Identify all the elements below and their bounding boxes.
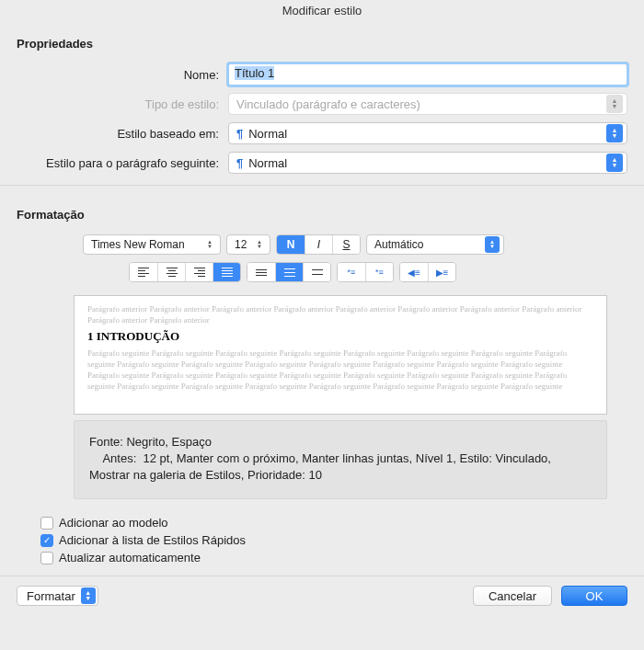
font-color-select[interactable]: Autmático▲▼ (366, 234, 504, 255)
divider (0, 185, 644, 186)
chevron-updown-icon: ▲▼ (606, 124, 623, 143)
preview-heading: 1 INTRODUÇÃO (87, 329, 593, 344)
chevron-updown-icon: ▲▼ (253, 240, 266, 249)
style-preview: Parágrafo anterior Parágrafo anterior Pa… (74, 295, 607, 415)
chevron-updown-icon: ▲▼ (606, 95, 623, 113)
align-left-button[interactable] (130, 263, 157, 281)
style-type-select: Vinculado (parágrafo e caracteres) ▲▼ (228, 93, 627, 115)
bold-button[interactable]: N (277, 235, 305, 254)
modify-style-dialog: Modificar estilo Propriedades Nome: Títu… (0, 0, 644, 621)
chevron-updown-icon: ▲▼ (606, 154, 623, 172)
align-right-button[interactable] (185, 263, 213, 281)
properties-heading: Propriedades (0, 22, 644, 60)
preview-prev-text: Parágrafo anterior Parágrafo anterior Pa… (87, 303, 593, 325)
spacing-1-5-button[interactable] (275, 263, 303, 281)
cancel-button[interactable]: Cancelar (473, 586, 552, 606)
paragraph-icon: ¶ (236, 127, 243, 141)
based-on-label: Estilo baseado em: (17, 127, 228, 141)
align-center-button[interactable] (157, 263, 185, 281)
formatting-toolbar: Times New Roman▲▼ 12▲▼ N I S Autmático▲▼ (0, 231, 644, 258)
auto-update-label: Atualizar automaticamente (59, 551, 201, 564)
formatting-heading: Formatação (0, 193, 644, 231)
underline-button[interactable]: S (332, 235, 360, 254)
chevron-updown-icon: ▲▼ (485, 236, 500, 253)
style-type-label: Tipo de estilo: (17, 97, 228, 111)
align-justify-button[interactable] (213, 263, 240, 281)
based-on-select[interactable]: ¶ Normal ▲▼ (228, 122, 627, 144)
based-on-value: Normal (248, 127, 287, 141)
add-template-checkbox[interactable] (40, 517, 53, 530)
next-para-label: Estilo para o parágrafo seguinte: (17, 156, 228, 170)
decrease-before-button[interactable]: *≡ (365, 263, 393, 281)
spacing-group (247, 262, 331, 282)
spacing-2-button[interactable] (303, 263, 330, 281)
chevron-updown-icon: ▲▼ (81, 587, 96, 604)
desc-line2: Antes: 12 pt, Manter com o próximo, Mant… (89, 450, 592, 484)
format-menu-button[interactable]: Formatar ▲▼ (17, 586, 98, 606)
font-size-select[interactable]: 12▲▼ (226, 234, 270, 255)
name-label: Nome: (17, 68, 228, 82)
increase-before-button[interactable]: *≡ (338, 263, 365, 281)
indent-group: ◀≡ ▶≡ (399, 262, 456, 282)
decrease-indent-button[interactable]: ◀≡ (400, 263, 428, 281)
style-type-value: Vinculado (parágrafo e caracteres) (236, 97, 420, 111)
desc-line1: Fonte: Negrito, Espaço (89, 434, 592, 450)
style-description: Fonte: Negrito, Espaço Antes: 12 pt, Man… (74, 420, 607, 499)
font-style-group: N I S (276, 234, 361, 255)
add-quick-label: Adicionar à lista de Estilos Rápidos (59, 533, 246, 547)
increase-indent-button[interactable]: ▶≡ (428, 263, 455, 281)
align-group (129, 262, 241, 282)
next-para-select[interactable]: ¶ Normal ▲▼ (228, 152, 627, 174)
add-quick-checkbox[interactable]: ✓ (40, 534, 53, 547)
preview-next-text: Parágrafo seguinte Parágrafo seguinte Pa… (87, 348, 593, 392)
paragraph-icon: ¶ (236, 156, 243, 170)
name-input[interactable]: Título 1 (228, 63, 627, 86)
next-para-value: Normal (248, 156, 287, 170)
auto-update-checkbox[interactable] (40, 552, 53, 564)
font-select[interactable]: Times New Roman▲▼ (83, 234, 221, 255)
para-spacing-group: *≡ *≡ (337, 262, 394, 282)
italic-button[interactable]: I (305, 235, 332, 254)
chevron-updown-icon: ▲▼ (203, 240, 216, 249)
add-template-label: Adicionar ao modelo (59, 516, 168, 530)
dialog-title: Modificar estilo (0, 0, 644, 22)
ok-button[interactable]: OK (561, 586, 627, 606)
spacing-1-button[interactable] (247, 263, 275, 281)
